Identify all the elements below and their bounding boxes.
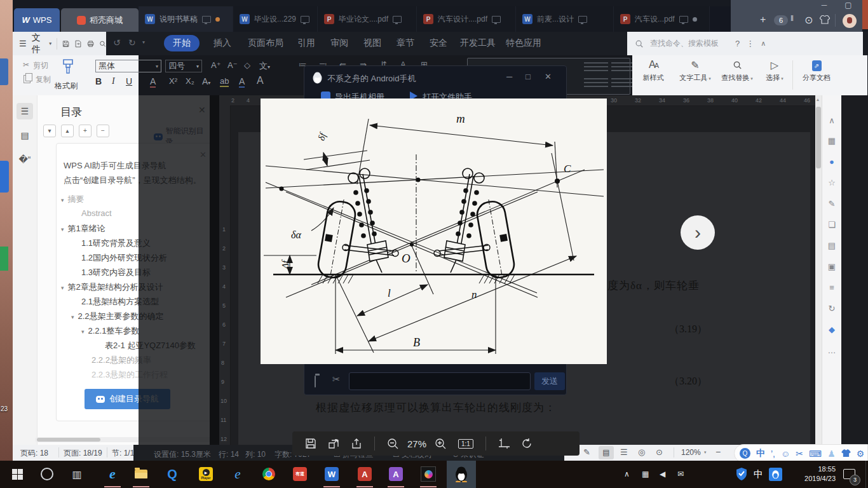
- toc-item[interactable]: ▾第1章绪论: [61, 223, 105, 236]
- chart-icon[interactable]: ▣: [822, 262, 841, 271]
- task-view-icon[interactable]: ▥: [69, 466, 85, 482]
- send-button[interactable]: 发送: [534, 372, 565, 390]
- superscript-icon[interactable]: X²: [169, 76, 177, 86]
- format-painter-icon[interactable]: [60, 58, 76, 76]
- save-image-icon[interactable]: [305, 438, 316, 449]
- scrollbar-thumb[interactable]: [37, 438, 100, 442]
- zoom-in-icon[interactable]: [435, 438, 447, 450]
- show-desktop-button[interactable]: [865, 461, 868, 488]
- crop-icon[interactable]: [498, 438, 510, 449]
- image-preview[interactable]: m C O l n B δf δα Δf: [261, 98, 607, 364]
- doc-tab[interactable]: P 汽车设...pdf: [614, 6, 710, 32]
- create-toc-nav-button[interactable]: 创建目录导航: [85, 389, 170, 409]
- tab-page-layout[interactable]: 页面布局: [248, 37, 283, 49]
- format-painter-button[interactable]: 格式刷: [55, 81, 78, 92]
- italic-button[interactable]: I: [112, 76, 115, 86]
- panel-h-scrollbar[interactable]: [35, 437, 219, 442]
- toc-item[interactable]: 1.2国内外研究现状分析: [81, 252, 167, 265]
- toc-item[interactable]: ▾2.2.1整车参数: [81, 325, 139, 338]
- mail-icon[interactable]: ✉: [677, 470, 684, 478]
- tab-count-badge[interactable]: 6: [774, 15, 788, 25]
- undo-icon[interactable]: ↺: [113, 37, 121, 48]
- taskbar-chrome-icon[interactable]: [261, 466, 277, 482]
- favorite-star-icon[interactable]: ☆: [822, 178, 841, 187]
- tray-display-icon[interactable]: ▦: [642, 470, 649, 478]
- toc-item[interactable]: 2.2.2悬架的频率: [92, 355, 151, 367]
- scrollbar-thumb[interactable]: [816, 107, 821, 168]
- minimize-button[interactable]: ─: [817, 0, 832, 10]
- taskbar-youdao-icon[interactable]: 有道: [292, 466, 308, 482]
- bold-button[interactable]: B: [95, 76, 102, 86]
- subscript-icon[interactable]: X₂: [186, 76, 194, 86]
- message-input[interactable]: [349, 372, 531, 390]
- clear-format-icon[interactable]: ◇: [244, 60, 250, 70]
- tab-special-apps[interactable]: 特色应用: [506, 37, 541, 49]
- bookmark-icon[interactable]: �“: [17, 151, 33, 168]
- file-menu[interactable]: 文件: [32, 32, 44, 55]
- find-replace-tool[interactable]: 查找替换 ▾: [716, 59, 758, 83]
- more-tools-icon[interactable]: …: [822, 346, 841, 355]
- maximize-button[interactable]: ▢: [841, 0, 856, 10]
- download-icon[interactable]: ◆: [822, 325, 841, 334]
- new-tab-button[interactable]: +: [760, 14, 766, 25]
- taskbar-wps-icon[interactable]: W: [323, 466, 340, 482]
- skin-shirt-icon[interactable]: [841, 449, 851, 458]
- taskbar-qq-icon[interactable]: [447, 461, 476, 488]
- tab-list-icon[interactable]: ‖: [790, 14, 794, 23]
- clock[interactable]: 18:55 2019/4/23: [791, 464, 836, 484]
- expand-all-button[interactable]: ▾: [43, 125, 56, 137]
- web-view-icon[interactable]: ◎: [638, 447, 645, 457]
- close-icon[interactable]: ✕: [200, 150, 207, 159]
- ime-logo-icon[interactable]: Q: [740, 448, 750, 459]
- soft-keyboard-icon[interactable]: ⌨: [809, 449, 822, 459]
- copy-button[interactable]: 复制: [36, 74, 51, 85]
- edit-pen-icon[interactable]: ✎: [822, 199, 841, 208]
- notes-page-icon[interactable]: ▤: [17, 127, 33, 144]
- eye-protect-icon[interactable]: ⊙: [656, 447, 663, 457]
- char-effect-icon[interactable]: A▾: [202, 76, 210, 86]
- wps-menu-button[interactable]: W WPS: [14, 8, 60, 32]
- list-icon[interactable]: ▤: [822, 241, 841, 250]
- print-icon[interactable]: [87, 39, 94, 49]
- doc-tab[interactable]: W 毕业设...229: [233, 6, 318, 32]
- increase-font-icon[interactable]: A⁺: [211, 60, 221, 70]
- write-mode-icon[interactable]: ✎: [583, 447, 590, 457]
- taskbar-axure-icon[interactable]: A: [388, 466, 404, 482]
- skin-shirt-icon[interactable]: [820, 15, 830, 27]
- minimize-button[interactable]: ─: [506, 72, 512, 81]
- style-preview[interactable]: [584, 78, 608, 90]
- start-button[interactable]: [9, 466, 25, 482]
- ime-indicator[interactable]: 中: [754, 468, 763, 480]
- page-view-icon[interactable]: ▤: [599, 446, 614, 459]
- clipper-scissors-icon[interactable]: ✂: [796, 449, 803, 459]
- scissors-icon[interactable]: ✂: [332, 374, 341, 385]
- hamburger-icon[interactable]: ☰: [19, 39, 27, 48]
- char-border-icon[interactable]: A: [257, 75, 264, 86]
- taskbar-player-icon[interactable]: ▶Player: [198, 466, 214, 482]
- search-icon[interactable]: [635, 39, 644, 48]
- close-icon[interactable]: ✕: [198, 105, 206, 115]
- emoji-icon[interactable]: ☺: [781, 449, 790, 459]
- font-name-select[interactable]: 黑体 ▾: [95, 60, 161, 72]
- security-shield-icon[interactable]: [736, 468, 747, 480]
- toc-item[interactable]: ▾摘要: [61, 194, 85, 207]
- tab-review[interactable]: 审阅: [330, 37, 348, 49]
- collapse-up-icon[interactable]: ∧: [822, 116, 841, 125]
- pinyin-guide-icon[interactable]: 文▾: [259, 60, 270, 72]
- user-avatar[interactable]: [843, 14, 857, 28]
- underline-button[interactable]: U: [126, 76, 132, 86]
- tab-home[interactable]: 开始: [164, 35, 200, 51]
- font-color-icon[interactable]: A: [150, 76, 156, 88]
- highlight-icon[interactable]: ab: [220, 76, 229, 87]
- search-input[interactable]: 查找命令、搜索模板: [650, 38, 719, 49]
- text-tool[interactable]: ✎ 文字工具 ▾: [674, 59, 716, 83]
- actual-size-button[interactable]: 1:1: [458, 439, 473, 449]
- zoom-slider-minus[interactable]: −: [715, 447, 721, 457]
- activity-icon[interactable]: ⊙: [804, 14, 813, 26]
- toc-item[interactable]: 1.1研究背景及意义: [81, 238, 151, 250]
- zoom-out-icon[interactable]: [387, 438, 399, 450]
- toc-item[interactable]: 2.1悬架结构方案选型: [81, 296, 159, 309]
- select-tool[interactable]: ▷ 选择 ▾: [758, 59, 791, 83]
- scroll-up-arrow[interactable]: ▴: [817, 97, 819, 102]
- taskbar-explorer-icon[interactable]: [133, 466, 149, 482]
